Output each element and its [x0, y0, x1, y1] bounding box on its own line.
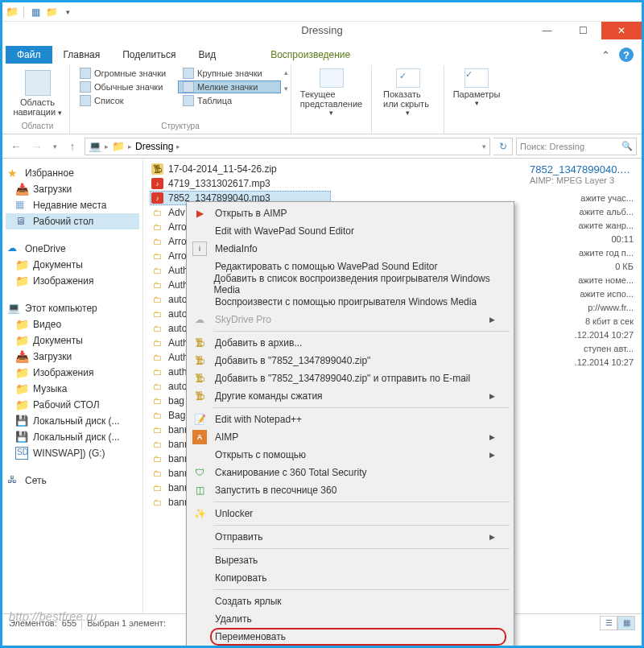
layout-huge-icons[interactable]: Огромные значки	[75, 67, 178, 80]
cm-aimp[interactable]: AAIMP▶	[189, 428, 511, 446]
context-menu: ▶Открыть в AIMP Edit with WavePad Sound …	[186, 201, 514, 648]
tab-file[interactable]: Файл	[6, 46, 52, 64]
sidebar-video[interactable]: 📁Видео	[6, 316, 139, 332]
ribbon: Область навигации ▾ Области Огромные зна…	[2, 64, 642, 134]
sidebar-onedrive[interactable]: ☁OneDrive	[6, 241, 139, 257]
desktop-icon: 🖥	[15, 215, 28, 228]
cm-unlocker[interactable]: ✨Unlocker	[189, 505, 511, 522]
sidebar-music[interactable]: 📁Музыка	[6, 381, 139, 397]
cm-other-compression[interactable]: 🗜Другие команды сжатия▶	[189, 387, 511, 405]
show-hide-button[interactable]: ✓ Показать или скрыть ▾	[377, 67, 439, 117]
layout-details[interactable]: Таблица	[178, 94, 281, 107]
minimize-button[interactable]: —	[529, 22, 565, 39]
cm-scan360[interactable]: 🛡Сканирование с 360 Total Security	[189, 464, 511, 481]
folderz-icon: 🗀	[151, 497, 163, 508]
cm-archive-email[interactable]: 🗜Добавить в "7852_1347899040.zip" и отпр…	[189, 369, 511, 387]
layout-scroll-down-icon[interactable]: ▾	[284, 85, 288, 93]
sidebar-winswap[interactable]: SDWINSWAP]) (G:)	[6, 445, 139, 461]
details-field: ажите альб...	[530, 207, 634, 217]
sidebar-diskc[interactable]: 💾Локальный диск (...	[6, 413, 139, 429]
small-icons-icon	[183, 81, 194, 93]
cm-send-to[interactable]: Отправить▶	[189, 528, 511, 546]
qat-dropdown-icon[interactable]: ▾	[61, 6, 74, 19]
sidebar-diskd[interactable]: 💾Локальный диск (...	[6, 429, 139, 445]
recent-locations-button[interactable]: ▾	[49, 138, 60, 155]
cm-archive[interactable]: 🗜Добавить в архив...	[189, 334, 511, 352]
collapse-ribbon-icon[interactable]: ⌃	[598, 47, 613, 62]
close-button[interactable]: ✕	[601, 22, 642, 39]
cm-delete[interactable]: Удалить	[189, 610, 511, 628]
breadcrumb-item[interactable]: Dressing	[135, 141, 173, 152]
sidebar-desktop2[interactable]: 📁Рабочий СТОЛ	[6, 397, 139, 413]
cm-mediainfo[interactable]: iMediaInfo	[189, 240, 511, 258]
cm-rename[interactable]: Переименовать	[189, 628, 511, 646]
cm-notepad[interactable]: 📝Edit with Notepad++	[189, 411, 511, 428]
details-field: ажите учас...	[530, 193, 634, 203]
file-item[interactable]: 🗜17-04-2014_11-54-26.zip	[150, 162, 331, 176]
sidebar-thispc[interactable]: 💻Этот компьютер	[6, 300, 139, 316]
folder-icon: 📥	[15, 183, 28, 196]
details-field: .12.2014 10:27	[530, 357, 634, 367]
sidebar-recent[interactable]: ▦Недавние места	[6, 197, 139, 213]
view-details-button[interactable]: ☰	[600, 616, 617, 630]
file-name: auto	[168, 323, 187, 334]
cm-cut[interactable]: Вырезать	[189, 551, 511, 569]
cm-copy[interactable]: Копировать	[189, 569, 511, 587]
tab-view[interactable]: Вид	[187, 46, 227, 64]
file-name: 17-04-2014_11-54-26.zip	[168, 163, 277, 175]
cm-skydrive[interactable]: ☁SkyDrive Pro▶	[189, 311, 511, 328]
layout-medium-icons[interactable]: Обычные значки	[75, 80, 178, 93]
tab-share[interactable]: Поделиться	[111, 46, 187, 64]
navigation-pane-button[interactable]: Область навигации ▾	[10, 67, 64, 117]
cm-wmp-add[interactable]: Добавить в список воспроизведения проигр…	[189, 275, 511, 293]
layout-list[interactable]: Список	[75, 94, 178, 107]
breadcrumb[interactable]: 💻 ▸ 📁 ▸ Dressing ▸ ▾	[85, 138, 490, 155]
forward-button[interactable]: →	[28, 138, 46, 155]
sidebar-desktop[interactable]: 🖥Рабочий стол	[6, 213, 139, 229]
cm-wmp-play[interactable]: Воспроизвести с помощью проигрывателя Wi…	[189, 293, 511, 311]
cm-open-with[interactable]: Открыть с помощью▶	[189, 446, 511, 464]
folderz-icon: 🗀	[151, 410, 163, 421]
sidebar-images[interactable]: 📁Изображения	[6, 273, 139, 289]
view-icons-button[interactable]: ▦	[617, 616, 635, 630]
search-input[interactable]: Поиск: Dressing 🔍	[516, 138, 637, 155]
refresh-button[interactable]: ↻	[493, 138, 513, 155]
breadcrumb-dropdown-icon[interactable]: ▾	[482, 142, 486, 151]
file-name: Arro	[168, 250, 187, 262]
archive-icon: 🗜	[192, 389, 207, 403]
layout-small-icons[interactable]: Мелкие значки	[178, 80, 281, 93]
qat-newfolder-icon[interactable]: 📁	[45, 6, 58, 19]
cm-wavepad[interactable]: Edit with WavePad Sound Editor	[189, 222, 511, 240]
help-icon[interactable]: ?	[619, 47, 634, 62]
sidebar-images2[interactable]: 📁Изображения	[6, 365, 139, 381]
cm-separator	[213, 525, 510, 526]
huge-icons-icon	[80, 68, 91, 79]
sidebar-downloads2[interactable]: 📥Загрузки	[6, 349, 139, 365]
qat-properties-icon[interactable]: ▦	[29, 6, 42, 19]
tab-play[interactable]: Воспроизведение	[259, 46, 361, 64]
file-name: 4719_1331302617.mp3	[168, 178, 270, 189]
cm-open-aimp[interactable]: ▶Открыть в AIMP	[189, 204, 511, 222]
cm-shortcut[interactable]: Создать ярлык	[189, 592, 511, 610]
current-view-button[interactable]: Текущее представление ▾	[295, 67, 368, 117]
play-icon: ▶	[192, 206, 207, 221]
maximize-button[interactable]: ☐	[565, 22, 601, 39]
options-button[interactable]: ✓ Параметры ▾	[447, 67, 507, 107]
layout-scroll-up-icon[interactable]: ▴	[284, 68, 288, 76]
sidebar-documents2[interactable]: 📁Документы	[6, 332, 139, 349]
file-name: auto	[168, 381, 187, 392]
up-button[interactable]: ↑	[64, 138, 81, 155]
file-item[interactable]: ♪4719_1331302617.mp3	[150, 176, 331, 191]
folder-icon: 📁	[15, 334, 28, 347]
sidebar-favorites[interactable]: ★Избранное	[6, 165, 139, 181]
cm-sandbox360[interactable]: ◫Запустить в песочнице 360	[189, 481, 511, 499]
star-icon: ★	[7, 167, 20, 180]
back-button[interactable]: ←	[7, 138, 25, 155]
sidebar-network[interactable]: 🖧Сеть	[6, 473, 139, 489]
tab-home[interactable]: Главная	[52, 46, 112, 64]
sidebar-downloads[interactable]: 📥Загрузки	[6, 181, 139, 197]
sidebar-documents[interactable]: 📁Документы	[6, 257, 139, 273]
layout-large-icons[interactable]: Крупные значки	[178, 67, 281, 80]
shield-icon: 🛡	[192, 465, 207, 480]
cm-archive-zip[interactable]: 🗜Добавить в "7852_1347899040.zip"	[189, 352, 511, 369]
